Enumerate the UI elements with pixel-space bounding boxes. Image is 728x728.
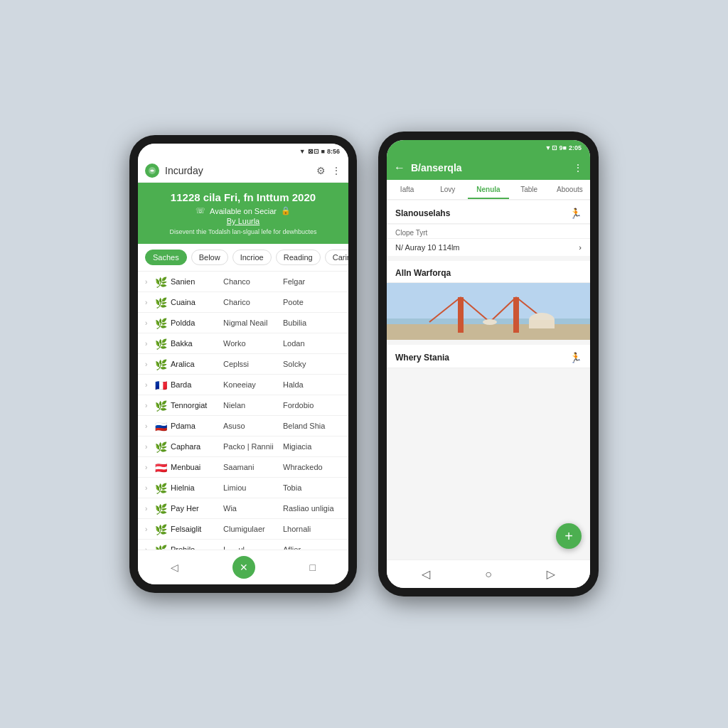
- col1-5: Barda: [171, 380, 220, 389]
- tab-lovy[interactable]: Lovy: [427, 180, 468, 199]
- left-phone-screen: ▼ ⊠⊡ ■ 8:56 Incurday: [138, 144, 348, 584]
- col2-7: Asuso: [223, 422, 280, 430]
- filter-chip-incrioe[interactable]: Incrioe: [232, 250, 272, 265]
- more-options-icon[interactable]: ⋮: [331, 165, 341, 176]
- filter-chip-below[interactable]: Below: [191, 250, 228, 265]
- svg-rect-4: [458, 297, 464, 333]
- col3-7: Beland Shia: [283, 422, 341, 430]
- list-item-3[interactable]: › 🌿 Bakka Worko Lodan: [138, 333, 348, 354]
- signal-icon: ⊠⊡: [308, 148, 319, 155]
- list-item-6[interactable]: › 🌿 Tennorgiat Nielan Fordobio: [138, 395, 348, 416]
- list-item-4[interactable]: › 🌿 Aralica Ceplssi Solcky: [138, 354, 348, 375]
- flag-icon-2: 🌿: [155, 318, 168, 328]
- banner-subtitle-text: Available on Seciar: [210, 207, 277, 215]
- list-arrow-0: ›: [145, 278, 152, 286]
- flag-icon-13: 🌿: [155, 545, 168, 550]
- list-item-11[interactable]: › 🌿 Pay Her Wia Rasliao unligia: [138, 498, 348, 519]
- filter-chip-saches[interactable]: Saches: [145, 250, 187, 265]
- banner-desc: Disevent thie Todalsh lan-slgual lefe fo…: [148, 228, 338, 235]
- list-arrow-9: ›: [145, 464, 152, 471]
- right-status-bar: ▼⊡ 9■ 2:05: [387, 140, 590, 156]
- flag-icon-4: 🌿: [155, 359, 168, 369]
- green-banner: 11228 cila Fri, fn Inttum 2020 ☏ Availab…: [138, 183, 348, 244]
- search-actions: ⚙ ⋮: [316, 165, 341, 176]
- col3-8: Migiacia: [283, 442, 341, 451]
- list-arrow-3: ›: [145, 340, 152, 348]
- col3-5: Halda: [283, 380, 341, 389]
- list-item-5[interactable]: › 🇫🇷 Barda Koneeiay Halda: [138, 375, 348, 395]
- svg-rect-5: [513, 297, 519, 333]
- right-status-icons: ▼⊡ 9■ 2:05: [545, 144, 582, 151]
- filter-chip-reading[interactable]: Reading: [276, 250, 321, 265]
- col3-12: Lhornali: [283, 525, 341, 533]
- fab-button[interactable]: +: [556, 523, 582, 549]
- right-time: 2:05: [569, 144, 582, 151]
- divider-1: [387, 256, 590, 260]
- col2-4: Ceplssi: [223, 360, 280, 368]
- list-item-2[interactable]: › 🌿 Poldda Nigmal Neail Bubilia: [138, 313, 348, 333]
- list-arrow-4: ›: [145, 360, 152, 368]
- list-item-7[interactable]: › 🇷🇺 Pdama Asuso Beland Shia: [138, 416, 348, 437]
- list-item-0[interactable]: › 🌿 Sanien Chanco Felgar: [138, 272, 348, 292]
- section-header-1: Slanouselahs 🏃: [387, 200, 590, 224]
- col3-4: Solcky: [283, 360, 341, 368]
- settings-icon[interactable]: ⚙: [316, 165, 326, 176]
- sub-label-clope: Clope Tyrt: [387, 225, 590, 238]
- left-status-icons: ▼ ⊠⊡ ■ 8:56: [299, 148, 340, 155]
- banner-link[interactable]: By Luurla: [148, 217, 338, 225]
- tab-iafta[interactable]: Iafta: [387, 180, 427, 199]
- list-item-9[interactable]: › 🇦🇹 Menbuai Saamani Whrackedo: [138, 457, 348, 478]
- phone-icon: ☏: [196, 206, 205, 215]
- list-item-13[interactable]: › 🌿 Prehilo I___ul Aflier: [138, 540, 348, 550]
- tab-nenula[interactable]: Nenula: [468, 180, 508, 199]
- left-status-bar: ▼ ⊠⊡ ■ 8:56: [138, 144, 348, 159]
- right-home-button[interactable]: ○: [485, 568, 492, 581]
- col1-9: Menbuai: [171, 463, 220, 471]
- list-item-12[interactable]: › 🌿 Felsaiglit Clumigulaer Lhornali: [138, 519, 348, 540]
- map-title: Alln Warforqa: [395, 268, 451, 278]
- col2-3: Worko: [223, 339, 280, 348]
- list-arrow-2: ›: [145, 319, 152, 327]
- col1-11: Pay Her: [171, 504, 220, 513]
- battery-icon: ■: [321, 148, 325, 155]
- home-button[interactable]: □: [309, 562, 315, 573]
- section-title-1: Slanouselahs: [395, 208, 450, 218]
- list-arrow-12: ›: [145, 525, 152, 533]
- flag-icon-5: 🇫🇷: [155, 380, 168, 390]
- back-button[interactable]: ◁: [171, 562, 178, 573]
- col2-2: Nigmal Neail: [223, 318, 280, 327]
- col2-5: Koneeiay: [223, 380, 280, 389]
- list-item-8[interactable]: › 🌿 Caphara Packo | Rannii Migiacia: [138, 437, 348, 457]
- filter-chip-caring[interactable]: Caring: [325, 250, 348, 265]
- list-item-10[interactable]: › 🌿 Hielnia Limiou Tobia: [138, 478, 348, 498]
- svg-rect-3: [387, 324, 590, 340]
- col2-1: Charico: [223, 298, 280, 306]
- col3-0: Felgar: [283, 277, 341, 286]
- col1-2: Poldda: [171, 318, 220, 327]
- tab-aboouts[interactable]: Aboouts: [550, 180, 590, 199]
- search-query[interactable]: Incurday: [165, 165, 311, 176]
- sub-item-clope[interactable]: N/ Auray 10 114lm ›: [387, 238, 590, 256]
- right-recent-button[interactable]: ◁: [547, 567, 555, 581]
- back-arrow-icon[interactable]: ←: [394, 161, 405, 174]
- list-arrow-7: ›: [145, 422, 152, 430]
- right-wifi-icon: ▼⊡: [545, 144, 557, 151]
- list-arrow-11: ›: [145, 505, 152, 513]
- wifi-icon: ▼: [299, 148, 306, 155]
- col1-7: Pdama: [171, 422, 220, 430]
- tab-table[interactable]: Table: [509, 180, 550, 199]
- right-more-icon[interactable]: ⋮: [573, 162, 583, 173]
- app-logo-icon: [145, 164, 159, 178]
- list-item-1[interactable]: › 🌿 Cuaina Charico Poote: [138, 292, 348, 313]
- time-display: 8:56: [327, 148, 340, 155]
- list-arrow-8: ›: [145, 443, 152, 451]
- flag-icon-9: 🇦🇹: [155, 462, 168, 472]
- col3-1: Poote: [283, 298, 341, 306]
- flag-icon-6: 🌿: [155, 400, 168, 410]
- flag-icon-7: 🇷🇺: [155, 421, 168, 431]
- map-section-header: Alln Warforqa: [387, 261, 590, 283]
- close-button[interactable]: ✕: [232, 556, 255, 579]
- col1-10: Hielnia: [171, 483, 220, 492]
- col1-0: Sanien: [171, 277, 220, 286]
- right-back-button[interactable]: ◁: [422, 567, 430, 581]
